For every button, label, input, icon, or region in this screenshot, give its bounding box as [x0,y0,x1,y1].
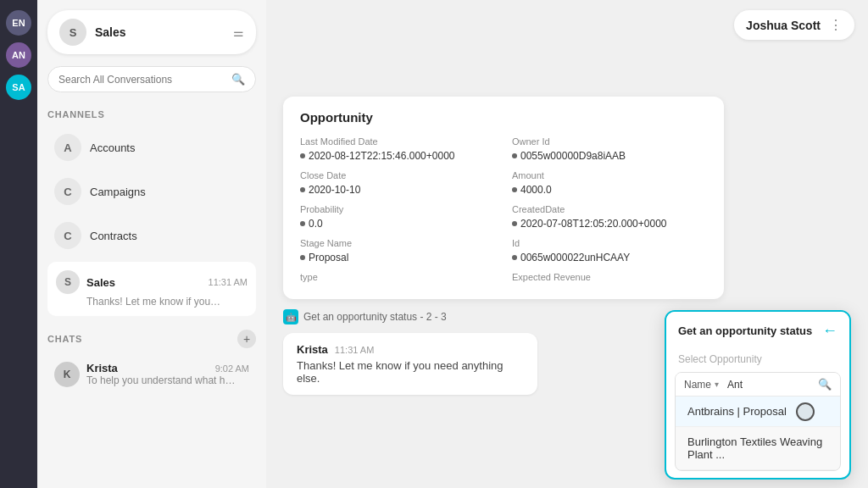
channel-contracts[interactable]: C Contracts [47,214,256,257]
krista-avatar: K [54,362,80,387]
robot-icon: 🤖 [283,309,298,324]
user-menu-icon[interactable]: ⋮ [829,17,843,33]
dropdown-filter-name[interactable]: Name [684,379,711,391]
opp-field-stagename: Stage Name Proposal [300,238,495,263]
chats-title: CHATS [47,334,237,344]
channels-section-title: CHANNELS [47,109,256,119]
opp-label-probability: Probability [300,204,495,214]
opportunity-grid: Last Modified Date 2020-08-12T22:15:46.0… [300,136,707,286]
opp-value-closedate: 2020-10-10 [300,184,495,196]
krista-info: Krista 9:02 AM To help you understand wh… [86,362,249,386]
cursor-indicator [796,402,815,421]
sales-item-time: 11:31 AM [209,277,248,287]
sales-title: Sales [95,25,233,39]
bubble-time: 11:31 AM [335,345,374,355]
sales-item-preview: Thanks! Let me know if you need ... [56,296,221,308]
opp-field-id: Id 0065w000022unHCAAY [512,238,707,263]
main-content: Joshua Scott ⋮ Opportunity Last Modified… [266,0,868,488]
dropdown-search-icon[interactable]: 🔍 [818,378,832,391]
opp-label-amount: Amount [512,170,707,180]
opp-value-probability: 0.0 [300,218,495,230]
channel-sidebar: S Sales ⚌ 🔍 CHANNELS A Accounts C Campai… [37,0,266,488]
accounts-avatar: A [54,134,81,161]
channel-accounts[interactable]: A Accounts [47,126,256,169]
opp-label-type: type [300,272,495,282]
top-bar: Joshua Scott ⋮ [721,0,868,50]
dropdown-search-value[interactable]: Ant [722,379,815,391]
bubble-author: Krista [297,343,328,356]
select-opportunity-label: Select Opportunity [666,350,849,372]
result-antbrains-text: Antbrains | Proposal [687,405,787,418]
opportunity-title: Opportunity [300,110,707,125]
opp-field-probability: Probability 0.0 [300,204,495,230]
krista-name: Krista [86,362,215,374]
opp-field-lastmodified: Last Modified Date 2020-08-12T22:15:46.0… [300,136,495,162]
chats-header: CHATS + [47,330,256,348]
bubble-header: Krista 11:31 AM [297,343,524,356]
opp-field-amount: Amount 4000.0 [512,170,707,196]
opp-value-ownerid: 0055w00000D9a8iAAB [512,150,707,162]
search-icon: 🔍 [231,73,245,86]
opp-label-lastmodified: Last Modified Date [300,136,495,147]
sales-header[interactable]: S Sales ⚌ [47,10,256,54]
sa-badge[interactable]: SA [6,75,31,100]
icon-bar: EN AN SA [0,0,37,488]
contracts-label: Contracts [90,230,137,242]
opp-value-amount: 4000.0 [512,184,707,196]
back-arrow-button[interactable]: ← [822,322,837,340]
selector-title: Get an opportunity status [678,324,822,337]
bubble-text: Thanks! Let me know if you need anything… [297,359,524,385]
add-chat-button[interactable]: + [237,330,256,348]
opportunity-selector-panel: Get an opportunity status ← Select Oppor… [665,310,851,480]
search-input[interactable] [58,74,231,86]
dropdown-arrow-icon: ▾ [715,380,719,389]
user-name: Joshua Scott [746,19,821,32]
result-antbrains[interactable]: Antbrains | Proposal [676,396,840,427]
search-bar[interactable]: 🔍 [47,66,256,92]
krista-time: 9:02 AM [215,363,249,374]
opp-value-stagename: Proposal [300,252,495,263]
sales-list-item[interactable]: S Sales 11:31 AM Thanks! Let me know if … [47,262,256,316]
opp-label-createddate: CreatedDate [512,204,707,214]
opportunity-card: Opportunity Last Modified Date 2020-08-1… [283,97,724,299]
opp-field-ownerid: Owner Id 0055w00000D9a8iAAB [512,136,707,162]
opp-label-ownerid: Owner Id [512,136,707,147]
message-bubble: Krista 11:31 AM Thanks! Let me know if y… [283,333,537,395]
opp-field-createddate: CreatedDate 2020-07-08T12:05:20.000+0000 [512,204,707,230]
campaigns-avatar: C [54,178,81,205]
status-text: Get an opportunity status - 2 - 3 [303,311,447,323]
dropdown-header: Name ▾ Ant 🔍 [676,373,840,396]
user-pill: Joshua Scott ⋮ [734,10,854,40]
contracts-avatar: C [54,222,81,249]
opp-field-closedate: Close Date 2020-10-10 [300,170,495,196]
result-burlington[interactable]: Burlington Textiles Weaving Plant ... [676,427,840,470]
dropdown-results: Antbrains | Proposal Burlington Textiles… [676,396,840,470]
sales-item-name: Sales [86,276,209,289]
sales-item-avatar: S [56,270,80,294]
en-badge[interactable]: EN [6,10,31,36]
opp-value-lastmodified: 2020-08-12T22:15:46.000+0000 [300,150,495,162]
krista-preview: To help you understand what happ... [86,374,239,386]
opp-field-expectedrevenue: Expected Revenue [512,272,707,286]
campaigns-label: Campaigns [90,186,146,198]
krista-chat-item[interactable]: K Krista 9:02 AM To help you understand … [47,355,256,394]
opp-label-closedate: Close Date [300,170,495,180]
an-badge[interactable]: AN [6,42,31,68]
opp-label-expectedrevenue: Expected Revenue [512,272,707,282]
selector-header: Get an opportunity status ← [666,312,849,350]
sales-avatar: S [59,19,86,46]
opp-field-type: type [300,272,495,286]
channel-campaigns[interactable]: C Campaigns [47,170,256,213]
opp-label-stagename: Stage Name [300,238,495,248]
accounts-label: Accounts [90,141,135,154]
filter-icon[interactable]: ⚌ [233,25,244,39]
result-burlington-text: Burlington Textiles Weaving Plant ... [687,435,822,461]
opp-label-id: Id [512,238,707,248]
search-dropdown[interactable]: Name ▾ Ant 🔍 Antbrains | Proposal Burlin… [675,372,841,471]
opp-value-id: 0065w000022unHCAAY [512,252,707,263]
opportunity-section: Opportunity Last Modified Date 2020-08-1… [266,42,868,299]
opp-value-createddate: 2020-07-08T12:05:20.000+0000 [512,218,707,230]
